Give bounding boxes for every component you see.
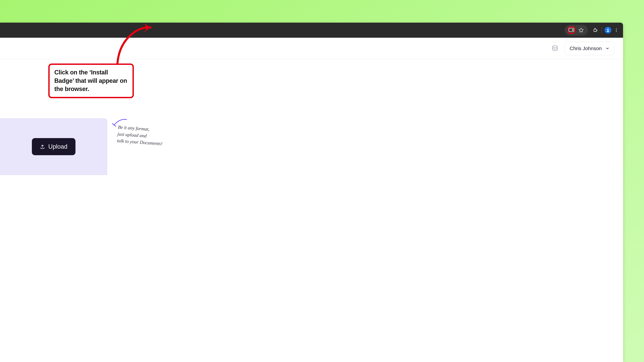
instruction-callout: Click on the ‘Install Badge’ that will a… [48,63,134,98]
callout-text: Click on the ‘Install Badge’ that will a… [54,69,127,92]
star-icon [578,27,584,33]
credits-button[interactable] [551,45,559,52]
svg-point-4 [616,31,617,32]
upload-panel: Upload [0,118,107,175]
upload-icon [40,144,45,149]
address-bar-actions [565,25,588,35]
profile-button[interactable] [604,26,612,34]
coins-icon [551,45,559,52]
browser-menu-button[interactable] [613,26,620,34]
handwritten-note: Be it any format, just upload and talk t… [117,124,175,148]
browser-toolbar [0,23,623,38]
upload-button-label: Upload [48,143,68,150]
chevron-down-icon [606,46,610,50]
user-menu[interactable]: Chris Johnson [565,42,614,55]
extensions-button[interactable] [592,26,599,34]
kebab-menu-icon [614,28,619,32]
svg-point-2 [616,28,617,29]
puzzle-icon [593,27,598,33]
user-name-label: Chris Johnson [570,45,602,51]
upload-button[interactable]: Upload [32,138,76,155]
svg-point-1 [607,29,608,30]
svg-point-3 [616,30,617,31]
bookmark-button[interactable] [578,26,585,34]
browser-window: Chris Johnson Click on the ‘Install Badg… [0,23,623,362]
install-app-button[interactable] [568,26,575,34]
profile-icon [604,27,611,33]
svg-point-5 [552,45,558,47]
page-content: Chris Johnson Click on the ‘Install Badg… [0,38,623,362]
toolbar-divider [602,27,602,33]
app-header: Chris Johnson [0,38,623,59]
install-app-icon [568,27,574,33]
